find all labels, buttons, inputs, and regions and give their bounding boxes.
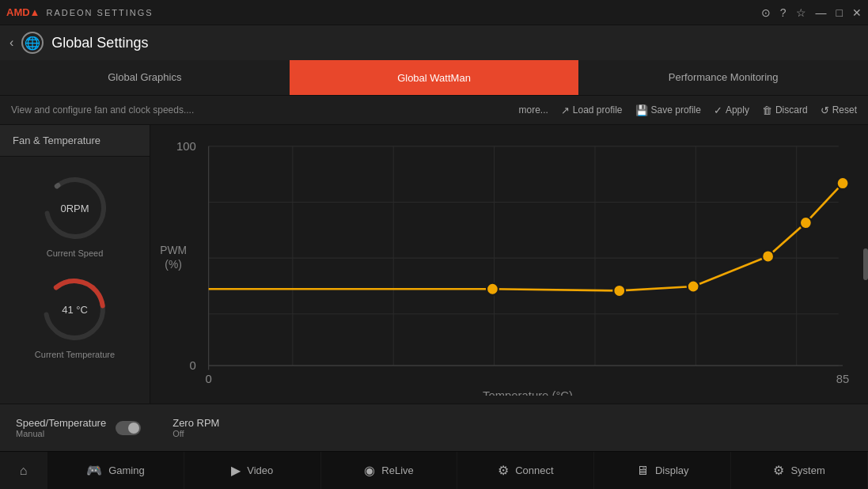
titlebar: AMD▲ RADEON SETTINGS ⊙ ? ☆ — □ ✕	[0, 0, 868, 25]
svg-text:0: 0	[190, 358, 196, 372]
record-icon[interactable]: ⊙	[761, 6, 771, 19]
speed-temp-control: Speed/Temperature Manual	[16, 417, 141, 438]
taskbar: ⌂ 🎮 Gaming ▶ Video ◉ ReLive ⚙ Connect 🖥 …	[0, 451, 868, 489]
chart-point-5	[800, 217, 812, 229]
toolbar: View and configure fan and clock speeds.…	[0, 95, 868, 125]
temp-circle: 41 °C	[39, 274, 110, 345]
section-header: Fan & Temperature	[0, 125, 150, 157]
apply-icon: ✓	[714, 104, 722, 116]
main-content: Fan & Temperature 0RPM Current Speed	[0, 125, 868, 404]
svg-text:Temperature (°C): Temperature (°C)	[483, 389, 573, 396]
more-button[interactable]: more...	[518, 104, 548, 116]
taskbar-home[interactable]: ⌂	[0, 452, 47, 489]
rpm-circle: 0RPM	[40, 172, 111, 244]
load-profile-button[interactable]: ↗ Load profile	[561, 104, 623, 116]
close-icon[interactable]: ✕	[852, 6, 862, 19]
star-icon[interactable]: ☆	[796, 6, 806, 19]
radeon-settings-title: RADEON SETTINGS	[46, 8, 153, 17]
toggle-knob	[128, 423, 139, 434]
amd-logo: AMD▲	[6, 6, 40, 18]
speed-temp-label: Speed/Temperature	[16, 417, 106, 429]
video-label: Video	[247, 464, 273, 476]
chart-area: 100 0 0 85 PWM (%) Temperature (°C)	[150, 125, 868, 404]
chart-point-6	[837, 177, 849, 189]
speed-temp-labels: Speed/Temperature Manual	[16, 417, 106, 438]
zero-rpm-value: Off	[172, 429, 219, 438]
temp-value: 41 °C	[62, 304, 88, 316]
left-panel: Fan & Temperature 0RPM Current Speed	[0, 125, 150, 404]
chart-point-3	[688, 280, 699, 292]
reset-icon: ↺	[821, 104, 829, 116]
relive-icon: ◉	[364, 463, 375, 478]
temp-gauge: 41 °C Current Temperature	[35, 274, 115, 359]
page-title: Global Settings	[51, 35, 148, 51]
display-icon: 🖥	[636, 464, 649, 478]
gaming-icon: 🎮	[86, 463, 102, 478]
global-settings-icon: 🌐	[21, 32, 44, 54]
svg-text:0: 0	[206, 372, 212, 385]
titlebar-left: AMD▲ RADEON SETTINGS	[6, 6, 154, 18]
tab-global-wattman[interactable]: Global WattMan	[290, 60, 579, 95]
back-button[interactable]: ‹	[9, 36, 13, 50]
toolbar-description: View and configure fan and clock speeds.…	[11, 104, 518, 116]
chart-point-2	[613, 285, 625, 297]
fan-curve-chart[interactable]: 100 0 0 85 PWM (%) Temperature (°C)	[158, 138, 855, 396]
tab-performance-monitoring[interactable]: Performance Monitoring	[578, 60, 868, 95]
titlebar-controls: ⊙ ? ☆ — □ ✕	[761, 6, 862, 19]
apply-button[interactable]: ✓ Apply	[714, 104, 749, 116]
tab-global-graphics[interactable]: Global Graphics	[0, 60, 290, 95]
chart-point-4	[762, 250, 774, 262]
speed-temp-mode: Manual	[16, 429, 106, 438]
svg-text:100: 100	[176, 139, 196, 153]
chart-wrapper: 100 0 0 85 PWM (%) Temperature (°C)	[158, 138, 855, 396]
minimize-icon[interactable]: —	[816, 6, 827, 19]
video-icon: ▶	[231, 463, 241, 478]
relive-label: ReLive	[381, 464, 413, 476]
svg-text:(%): (%)	[165, 258, 181, 271]
help-icon[interactable]: ?	[780, 6, 787, 19]
system-label: System	[790, 464, 824, 476]
save-profile-icon: 💾	[635, 104, 648, 116]
navbar: ‹ 🌐 Global Settings	[0, 25, 868, 60]
save-profile-button[interactable]: 💾 Save profile	[635, 104, 701, 116]
system-icon: ⚙	[773, 463, 784, 478]
taskbar-display[interactable]: 🖥 Display	[594, 452, 731, 489]
discard-button[interactable]: 🗑 Discard	[762, 104, 808, 116]
zero-rpm-info: Zero RPM Off	[172, 417, 219, 438]
svg-text:85: 85	[836, 372, 850, 385]
connect-icon: ⚙	[498, 463, 509, 478]
zero-rpm-label: Zero RPM	[172, 417, 219, 429]
display-label: Display	[655, 464, 689, 476]
gaming-label: Gaming	[108, 464, 145, 476]
reset-button[interactable]: ↺ Reset	[821, 104, 857, 116]
discard-icon: 🗑	[762, 104, 772, 116]
tabs-bar: Global Graphics Global WattMan Performan…	[0, 60, 868, 95]
zero-rpm-control: Zero RPM Off	[172, 417, 219, 438]
taskbar-gaming[interactable]: 🎮 Gaming	[47, 452, 184, 489]
taskbar-relive[interactable]: ◉ ReLive	[321, 452, 458, 489]
maximize-icon[interactable]: □	[836, 6, 843, 19]
toolbar-actions: more... ↗ Load profile 💾 Save profile ✓ …	[518, 104, 857, 116]
gauges-area: 0RPM Current Speed 41 °C Current Tempera…	[0, 157, 150, 375]
connect-label: Connect	[515, 464, 553, 476]
bottom-controls: Speed/Temperature Manual Zero RPM Off	[0, 404, 868, 451]
chart-point-1	[487, 283, 498, 295]
load-profile-icon: ↗	[561, 104, 570, 116]
rpm-value: 0RPM	[60, 203, 89, 214]
svg-text:PWM: PWM	[160, 244, 187, 256]
taskbar-connect[interactable]: ⚙ Connect	[457, 452, 594, 489]
home-icon: ⌂	[20, 464, 28, 478]
taskbar-system[interactable]: ⚙ System	[731, 452, 868, 489]
rpm-gauge: 0RPM Current Speed	[40, 172, 111, 258]
scrollbar[interactable]	[863, 248, 868, 280]
taskbar-video[interactable]: ▶ Video	[184, 452, 321, 489]
speed-temp-toggle[interactable]	[116, 421, 141, 435]
